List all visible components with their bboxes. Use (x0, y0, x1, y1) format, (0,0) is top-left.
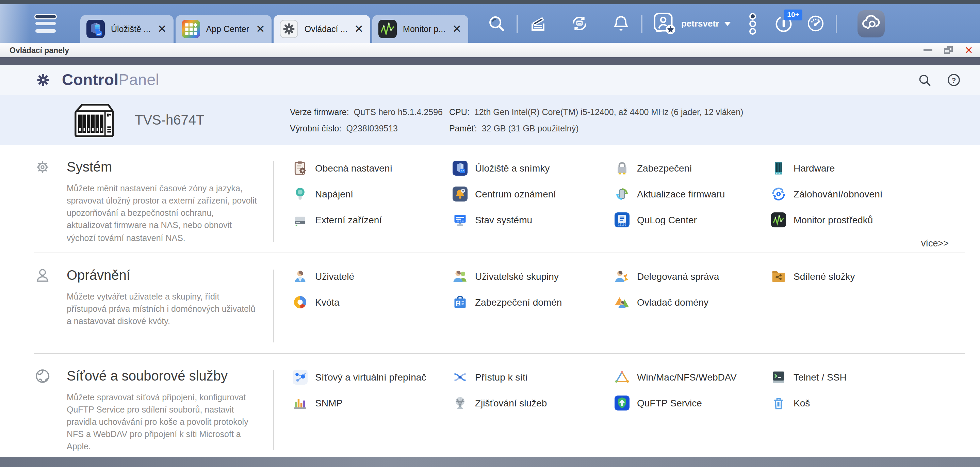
cp-item-network-access[interactable]: Přístup k síti (453, 369, 614, 385)
window-title: Ovládací panely (10, 46, 69, 54)
cp-item-security[interactable]: Zabezpečení (614, 160, 771, 176)
close-tab-icon[interactable]: ✕ (354, 24, 363, 34)
cp-item-notification-center[interactable]: Centrum oznámení (453, 186, 614, 202)
help-icon[interactable]: ? (947, 73, 961, 87)
cp-item-external-device[interactable]: Externí zařízení (293, 212, 453, 228)
cp-item-system-status[interactable]: Stav systému (453, 212, 614, 228)
myqnapcloud-button[interactable] (857, 10, 885, 37)
section-divider (273, 269, 274, 342)
more-options-icon[interactable] (748, 12, 756, 35)
cp-item-label: SNMP (315, 397, 343, 408)
cp-item-label: Úložiště a snímky (475, 163, 550, 174)
device-specs: Verze firmware:QuTS hero h5.1.4.2596 Výr… (290, 104, 743, 137)
cp-item-storage-snapshots[interactable]: 10Úložiště a snímky (453, 160, 614, 176)
telnet-ssh-icon (771, 369, 786, 384)
tab-app-center[interactable]: App Center✕ (176, 15, 272, 43)
section-description: Můžete vytvářet uživatele a skupiny, říd… (67, 290, 259, 327)
tab-storage[interactable]: 10Úložiště ...✕ (80, 15, 173, 43)
cp-item-delegated-admin[interactable]: Delegovaná správa (614, 268, 771, 284)
cp-item-label: Stav systému (475, 214, 532, 225)
open-app-tabs: 10Úložiště ...✕App Center✕Ovládací ...✕M… (80, 4, 468, 43)
cp-item-label: Koš (794, 397, 810, 408)
taskbar-divider (641, 14, 643, 32)
cp-item-label: Obecná nastavení (315, 163, 392, 174)
cp-item-domain-controller[interactable]: Ovladač domény (614, 294, 771, 310)
device-info-band: TVS-h674T Verze firmware:QuTS hero h5.1.… (0, 95, 980, 145)
cp-item-network-virtual-switch[interactable]: Síťový a virtuální přepínač (293, 369, 453, 385)
cp-item-label: Kvóta (315, 296, 340, 308)
notifications-bell-icon[interactable] (612, 14, 630, 33)
section-items: UživateléUživatelské skupinyDelegovaná s… (293, 266, 965, 345)
restore-icon[interactable] (944, 46, 953, 54)
close-tab-icon[interactable]: ✕ (452, 24, 461, 34)
section-summary: SystémMůžete měnit nastavení časové zóny… (34, 159, 273, 244)
window-titlebar: Ovládací panely ✕ (0, 43, 980, 57)
cp-item-win-mac-nfs[interactable]: Win/Mac/NFS/WebDAV (614, 369, 771, 385)
search-icon[interactable] (917, 73, 932, 87)
cp-item-label: QuLog Center (637, 214, 697, 225)
cp-item-telnet-ssh[interactable]: Telnet / SSH (771, 369, 965, 385)
svg-text:10: 10 (97, 32, 101, 35)
cp-item-service-discovery[interactable]: Zjišťování služeb (453, 395, 614, 411)
system-power-info-button[interactable]: 10+ (774, 14, 792, 33)
main-menu-icon[interactable] (35, 14, 56, 32)
section-title: Systém (67, 159, 112, 175)
tab-control-panel[interactable]: Ovládací ...✕ (274, 15, 370, 43)
section-title: Síťové a souborové služby (67, 368, 228, 384)
cp-item-general-settings[interactable]: Obecná nastavení (293, 160, 453, 176)
spec-label: CPU: (449, 104, 469, 120)
cp-item-firmware-update[interactable]: Aktualizace firmwaru (614, 186, 771, 202)
section-summary: OprávněníMůžete vytvářet uživatele a sku… (34, 266, 273, 345)
notification-center-icon (453, 186, 468, 201)
window-toolbar-band (0, 57, 980, 65)
cp-item-label: Externí zařízení (315, 214, 382, 225)
dashboard-icon[interactable] (806, 14, 824, 33)
cp-item-hardware[interactable]: Hardware (771, 160, 965, 176)
cp-item-label: Monitor prostředků (794, 214, 873, 225)
cp-item-label: Zabezpečení domén (475, 296, 562, 308)
network-virtual-switch-icon (293, 369, 308, 384)
taskbar-divider (835, 14, 837, 32)
cp-item-label: Telnet / SSH (794, 371, 846, 382)
background-tasks-icon[interactable] (529, 14, 547, 33)
search-icon[interactable] (487, 14, 506, 33)
quota-icon (293, 295, 308, 309)
user-groups-icon (453, 269, 468, 284)
qts-desktop: 10Úložiště ...✕App Center✕Ovládací ...✕M… (0, 0, 980, 467)
power-icon (293, 186, 308, 201)
section-summary: Síťové a souborové službyMůžete spravova… (34, 367, 273, 453)
domain-security-icon (453, 295, 468, 309)
control-panel-app-icon (280, 20, 298, 38)
close-icon[interactable]: ✕ (965, 45, 973, 55)
cp-item-qulog-center[interactable]: 10101QuLog Center (614, 212, 771, 228)
cp-item-quota[interactable]: Kvóta (293, 294, 453, 310)
cp-item-resource-monitor[interactable]: Monitor prostředků (771, 212, 965, 228)
backup-restore-icon (771, 186, 786, 201)
more-link[interactable]: více>> (921, 238, 949, 248)
cp-item-user-groups[interactable]: Uživatelské skupiny (453, 268, 614, 284)
spacer (558, 14, 559, 32)
user-menu[interactable]: petrsvetr (653, 12, 730, 35)
close-tab-icon[interactable]: ✕ (158, 24, 167, 34)
chevron-down-icon (724, 21, 730, 26)
minimize-icon[interactable] (924, 45, 933, 55)
users-icon (293, 269, 308, 284)
cp-item-backup-restore[interactable]: Zálohování/obnovení (771, 186, 965, 202)
cp-item-snmp[interactable]: SNMP (293, 395, 453, 411)
gear-icon (34, 71, 52, 89)
cp-item-shared-folders[interactable]: Sdílené složky (771, 268, 965, 284)
resource-monitor-icon (771, 212, 786, 227)
spec-label: Výrobní číslo: (290, 120, 341, 137)
cp-item-quftp[interactable]: QuFTP Service (614, 395, 771, 411)
cp-item-domain-security[interactable]: Zabezpečení domén (453, 294, 614, 310)
cp-item-label: Přístup k síti (475, 371, 527, 382)
cp-item-power[interactable]: Napájení (293, 186, 453, 202)
page-title: ControlPanel (62, 71, 159, 89)
close-tab-icon[interactable]: ✕ (256, 24, 265, 34)
sync-icon[interactable] (570, 14, 589, 33)
user-name: petrsvetr (681, 18, 719, 29)
cp-item-recycle-bin[interactable]: Koš (771, 395, 965, 411)
snmp-icon (293, 395, 308, 410)
tab-resource-monitor[interactable]: Monitor p...✕ (372, 15, 468, 43)
cp-item-users[interactable]: Uživatelé (293, 268, 453, 284)
